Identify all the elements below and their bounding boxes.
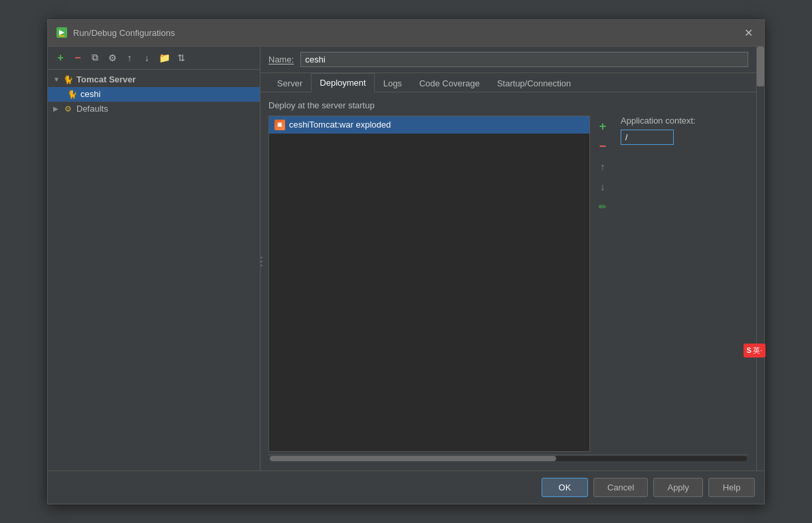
scroll-track (270, 456, 747, 461)
cancel-button[interactable]: Cancel (593, 478, 648, 497)
dialog-title: Run/Debug Configurations (73, 28, 740, 38)
dialog-footer: OK Cancel Apply Help (48, 471, 764, 504)
deploy-add-button[interactable]: + (594, 118, 611, 136)
folder-button[interactable]: 📁 (157, 51, 171, 65)
tabs-row: Server Deployment Logs Code Coverage Sta… (260, 73, 756, 92)
app-context-input[interactable] (621, 130, 674, 145)
tab-coverage[interactable]: Code Coverage (411, 74, 488, 92)
remove-config-button[interactable]: − (70, 51, 85, 65)
v-scroll-thumb (757, 47, 764, 86)
help-button[interactable]: Help (708, 478, 755, 497)
tree-label-tomcat: Tomcat Server (76, 74, 136, 84)
vertical-scrollbar[interactable] (756, 47, 764, 471)
app-context-label: Application context: (621, 116, 748, 126)
defaults-icon: ⚙ (62, 104, 73, 114)
tab-deployment[interactable]: Deployment (311, 73, 374, 92)
war-exploded-icon: ▣ (274, 120, 285, 130)
tree-item-defaults[interactable]: ▶ ⚙ Defaults (48, 102, 260, 116)
ok-button[interactable]: OK (542, 478, 588, 497)
ceshi-tomcat-icon: 🐈 (66, 89, 77, 100)
sort-button[interactable]: ⇅ (174, 51, 189, 65)
tab-server[interactable]: Server (268, 74, 311, 92)
copy-config-button[interactable]: ⧉ (88, 51, 102, 65)
tab-logs[interactable]: Logs (375, 74, 411, 92)
name-label: Name: (268, 54, 294, 64)
deploy-item-war[interactable]: ▣ ceshiTomcat:war exploded (269, 116, 589, 134)
left-panel: + − ⧉ ⚙ ↑ ↓ 📁 ⇅ ▼ 🐈 Tomcat Server 🐈 (48, 47, 260, 471)
move-down-button[interactable]: ↓ (140, 51, 154, 65)
tree-arrow-tomcat: ▼ (53, 76, 62, 83)
tree-item-ceshi[interactable]: 🐈 ceshi (48, 87, 260, 102)
deploy-edit-button[interactable]: ✏ (594, 198, 611, 215)
tree-arrow-defaults: ▶ (53, 105, 62, 112)
tree-label-ceshi: ceshi (80, 89, 100, 99)
config-tree: ▼ 🐈 Tomcat Server 🐈 ceshi ▶ ⚙ Defaults (48, 70, 260, 471)
dialog-icon (56, 27, 68, 39)
resize-handle[interactable] (259, 249, 260, 275)
left-toolbar: + − ⧉ ⚙ ↑ ↓ 📁 ⇅ (48, 47, 260, 70)
scroll-thumb (270, 456, 556, 461)
ime-logo: S (747, 346, 752, 354)
right-panel: Name: Server Deployment Logs Code Covera… (260, 47, 756, 471)
deploy-list: ▣ ceshiTomcat:war exploded (268, 116, 590, 452)
tab-startup[interactable]: Startup/Connection (488, 74, 579, 92)
deploy-actions: + − ↑ ↓ ✏ (590, 116, 615, 452)
run-debug-dialog: Run/Debug Configurations ✕ + − ⧉ ⚙ ↑ ↓ 📁… (47, 19, 765, 504)
deploy-up-button[interactable]: ↑ (594, 158, 611, 175)
ime-label: 英· (753, 346, 762, 356)
ime-badge: S 英· (744, 344, 765, 358)
deploy-item-label: ceshiTomcat:war exploded (289, 120, 391, 130)
close-button[interactable]: ✕ (740, 25, 756, 41)
tomcat-icon: 🐈 (62, 74, 73, 85)
deploy-section-label: Deploy at the server startup (268, 100, 748, 110)
app-context-area: Application context: (615, 116, 748, 452)
move-up-button[interactable]: ↑ (122, 51, 137, 65)
apply-button[interactable]: Apply (653, 478, 703, 497)
deploy-area: ▣ ceshiTomcat:war exploded + − ↑ ↓ ✏ (268, 116, 748, 452)
name-row: Name: (260, 47, 756, 73)
svg-rect-2 (59, 35, 64, 37)
add-config-button[interactable]: + (53, 51, 68, 65)
tree-label-defaults: Defaults (76, 104, 108, 114)
horizontal-scrollbar[interactable] (268, 455, 748, 463)
deploy-down-button[interactable]: ↓ (594, 178, 611, 195)
deployment-tab-content: Deploy at the server startup ▣ ceshiTomc… (260, 92, 756, 471)
settings-config-button[interactable]: ⚙ (105, 51, 120, 65)
name-input[interactable] (300, 52, 748, 67)
dialog-body: + − ⧉ ⚙ ↑ ↓ 📁 ⇅ ▼ 🐈 Tomcat Server 🐈 (48, 47, 764, 471)
dialog-titlebar: Run/Debug Configurations ✕ (48, 20, 764, 47)
tree-item-tomcat-server[interactable]: ▼ 🐈 Tomcat Server (48, 72, 260, 87)
deploy-remove-button[interactable]: − (594, 138, 611, 156)
